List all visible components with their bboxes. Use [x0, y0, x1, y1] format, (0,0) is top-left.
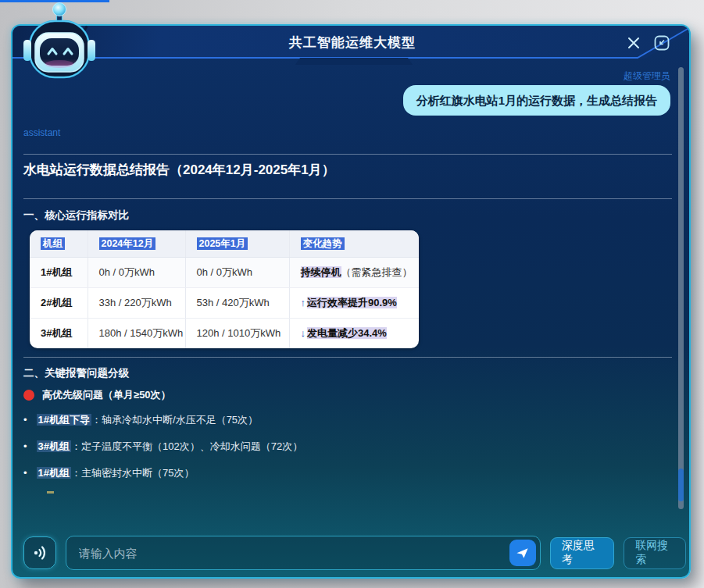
- divider: [23, 198, 672, 199]
- divider: [23, 154, 672, 155]
- metrics-table: 机组 2024年12月 2025年1月 变化趋势 1#机组 0h / 0万kWh…: [30, 230, 419, 348]
- jan-cell: 0h / 0万kWh: [185, 258, 289, 288]
- table-header-row: 机组 2024年12月 2025年1月 变化趋势: [30, 230, 419, 258]
- deep-think-button[interactable]: 深度思考: [550, 537, 615, 569]
- unit-cell: 1#机组: [30, 258, 88, 288]
- message-input-wrap: [66, 536, 541, 570]
- send-plane-icon: [515, 546, 530, 561]
- scrollbar-thumb[interactable]: [678, 469, 684, 501]
- alert-unit: 3#机组: [37, 440, 71, 452]
- close-icon: [626, 35, 641, 51]
- user-role-label: 超级管理员: [624, 69, 670, 83]
- bullet-icon: •: [23, 414, 27, 426]
- section1-heading: 一、核心运行指标对比: [23, 208, 129, 223]
- dec-cell: 0h / 0万kWh: [88, 258, 185, 288]
- alert-unit: 1#机组: [37, 467, 71, 479]
- robot-mascot-icon: [20, 1, 98, 82]
- restore-window-button[interactable]: [652, 33, 672, 53]
- composer-bar: 深度思考 联网搜索: [23, 536, 686, 570]
- chat-window: 共工智能运维大模型 超级管理员 分析红旗水电站1月的运行数据，生成总结报告 as…: [11, 24, 691, 579]
- table-row: 2#机组 33h / 220万kWh 53h / 420万kWh ↑运行效率提升…: [30, 288, 419, 319]
- down-arrow-icon: ↓: [301, 327, 306, 339]
- user-message-bubble: 分析红旗水电站1月的运行数据，生成总结报告: [403, 85, 670, 116]
- bullet-icon: •: [23, 440, 27, 452]
- message-input[interactable]: [66, 536, 541, 570]
- dec-cell: 180h / 1540万kWh: [88, 319, 185, 349]
- dec-cell: 33h / 220万kWh: [88, 288, 185, 319]
- header-notch: [295, 58, 413, 65]
- section2-heading: 二、关键报警问题分级: [23, 366, 129, 380]
- up-arrow-icon: ↑: [301, 297, 306, 308]
- alert-text: ：主轴密封水中断（75次）: [71, 467, 194, 479]
- close-button[interactable]: [624, 33, 644, 53]
- alert-item: • 1#机组下导：轴承冷却水中断/水压不足（75次）: [23, 413, 258, 427]
- page-title: 共工智能运维大模型: [13, 34, 692, 52]
- voice-input-button[interactable]: [23, 536, 56, 569]
- jan-cell: 120h / 1010万kWh: [185, 319, 289, 349]
- scrollbar[interactable]: [678, 67, 684, 509]
- alert-item: • 3#机组：定子温度不平衡（102次）、冷却水问题（72次）: [23, 440, 302, 454]
- table-row: 3#机组 180h / 1540万kWh 120h / 1010万kWh ↓发电…: [30, 319, 419, 349]
- alert-unit: 1#机组下导: [37, 414, 91, 426]
- col-header-unit: 机组: [30, 230, 88, 258]
- priority-label: 高优先级问题（单月≥50次）: [42, 388, 171, 402]
- bullet-icon: •: [23, 467, 27, 479]
- trend-cell: ↑运行效率提升90.9%: [289, 288, 419, 319]
- alert-item: • 1#机组：主轴密封水中断（75次）: [23, 466, 195, 480]
- restore-window-icon: [653, 34, 670, 52]
- streaming-cursor: [47, 491, 54, 494]
- table-row: 1#机组 0h / 0万kWh 0h / 0万kWh 持续停机（需紧急排查）: [30, 258, 419, 288]
- assistant-role-label: assistant: [23, 127, 60, 138]
- jan-cell: 53h / 420万kWh: [185, 288, 289, 319]
- alert-text: ：轴承冷却水中断/水压不足（75次）: [91, 414, 258, 426]
- divider: [23, 357, 672, 358]
- web-search-button[interactable]: 联网搜索: [624, 537, 686, 569]
- col-header-trend: 变化趋势: [289, 230, 419, 258]
- alert-text: ：定子温度不平衡（102次）、冷却水问题（72次）: [71, 440, 302, 452]
- send-button[interactable]: [509, 540, 536, 566]
- col-header-dec2024: 2024年12月: [88, 230, 185, 258]
- col-header-jan2025: 2025年1月: [185, 230, 289, 258]
- unit-cell: 3#机组: [30, 319, 88, 349]
- report-title: 水电站运行数据总结报告（2024年12月-2025年1月）: [23, 161, 335, 179]
- unit-cell: 2#机组: [30, 288, 88, 319]
- red-dot-icon: [23, 390, 34, 401]
- trend-cell: 持续停机（需紧急排查）: [289, 258, 419, 288]
- voice-icon: [30, 543, 50, 563]
- trend-cell: ↓发电量减少34.4%: [289, 319, 419, 349]
- priority-row: 高优先级问题（单月≥50次）: [23, 388, 171, 402]
